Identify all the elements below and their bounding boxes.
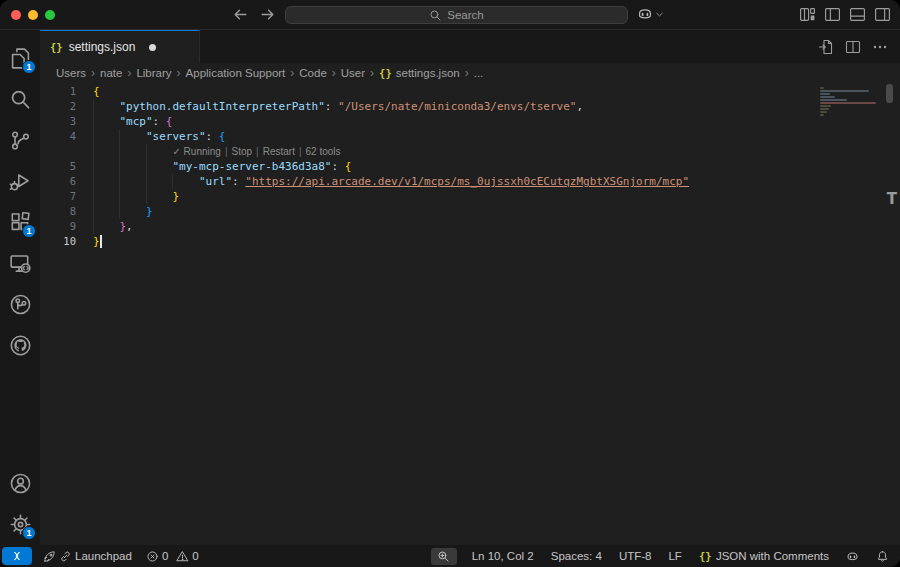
modified-indicator[interactable] [149,44,156,51]
code-line-6[interactable]: 6"url": "https://api.arcade.dev/v1/mcps/… [40,174,900,189]
activity-bar: 111 [0,30,40,545]
copilot-menu[interactable] [637,6,665,22]
indent-guide [119,189,145,204]
token: } [146,204,153,219]
copilot-icon [637,6,653,22]
indent-guide [119,174,145,189]
tab-settings-json[interactable]: {} settings.json [40,30,200,63]
activity-accounts[interactable] [0,463,40,504]
cursor-position-status-item[interactable]: Ln 10, Col 2 [470,545,536,567]
indent-guide [146,174,172,189]
error-count: 0 [162,550,168,562]
breadcrumb-item-code[interactable]: Code [299,67,327,79]
indent-guide [172,174,198,189]
language-mode-status-item[interactable]: {}JSON with Comments [697,545,831,567]
braces-icon: {} [699,550,712,563]
back-icon[interactable] [232,6,249,23]
screen-zoom-status-item[interactable] [431,548,457,565]
breadcrumb-label: Users [56,67,86,79]
activity-circle-branch[interactable] [0,284,40,325]
token: } [119,219,126,234]
breadcrumb-item-nate[interactable]: nate [100,67,122,79]
toggle-secondary-sidebar-icon[interactable] [874,6,891,23]
code-line-4[interactable]: 4"servers": { [40,129,900,144]
activity-settings-gear[interactable]: 1 [0,504,40,545]
customize-layout-icon[interactable] [799,6,816,23]
code-line-5[interactable]: 5"my-mcp-server-b436d3a8": { [40,159,900,174]
code-line-3[interactable]: 3"mcp": { [40,114,900,129]
token: { [93,84,100,99]
problems-status-item[interactable]: 00 [144,545,201,567]
minimap-line [820,96,835,98]
minimap[interactable] [820,87,876,117]
activity-search[interactable] [0,79,40,120]
breadcrumb-label: Application Support [186,67,286,79]
remote-indicator[interactable] [2,547,32,565]
indent-guide [119,204,145,219]
overview-ruler-marker: T [887,190,897,208]
breadcrumb-item-settings-json[interactable]: {}settings.json [379,67,460,79]
activity-extensions[interactable]: 1 [0,202,40,243]
command-center-search[interactable]: Search [285,6,628,24]
codelens-command[interactable]: Stop [231,146,252,157]
code-line-2[interactable]: 2"python.defaultInterpreterPath": "/User… [40,99,900,114]
activity-explorer[interactable]: 1 [0,38,40,79]
status-bar: Launchpad00 Ln 10, Col 2Spaces: 4UTF-8LF… [0,545,900,567]
editor[interactable]: 1{2"python.defaultInterpreterPath": "/Us… [40,82,900,545]
chevron-down-icon [654,9,665,20]
line-number: 6 [40,174,76,189]
open-changes-icon[interactable] [818,39,834,55]
minimap-line [820,102,876,104]
indent-guide [93,189,119,204]
minimize-button[interactable] [28,10,38,20]
indent-guide [93,204,119,219]
code-line-9[interactable]: 9}, [40,219,900,234]
title-bar: Search [0,0,900,30]
activity-run-debug[interactable] [0,161,40,202]
token: "https://api.arcade.dev/v1/mcps/ms_0ujss… [245,174,689,189]
zoom-button[interactable] [45,10,55,20]
breadcrumb-item-library[interactable]: Library [136,67,171,79]
more-actions-icon[interactable] [872,39,888,55]
indentation-status-item[interactable]: Spaces: 4 [549,545,604,567]
chevron-right-icon: › [91,66,95,80]
codelens-command[interactable]: Restart [263,146,295,157]
activity-source-control[interactable] [0,120,40,161]
eol-status-item[interactable]: LF [666,545,683,567]
breadcrumb-item--[interactable]: ... [474,67,484,79]
token: { [345,159,352,174]
breadcrumb-item-user[interactable]: User [341,67,365,79]
copilot-status-status-item[interactable] [844,545,861,567]
code-line-8[interactable]: 8} [40,204,900,219]
toggle-panel-icon[interactable] [849,6,866,23]
codelens-command[interactable]: ✓ Running [172,146,220,157]
indent-guide [93,144,119,159]
vscode-window: Search 111 {} settings.json Users›nate›L… [0,0,900,567]
indentation-label: Spaces: 4 [551,550,602,562]
indent-guide [93,114,119,129]
remote-explorer-icon [9,252,32,275]
codelens-row[interactable]: ✓ Running|Stop|Restart|62 tools [40,144,900,159]
launchpad-status-item[interactable]: Launchpad [41,545,134,567]
vertical-scrollbar[interactable] [886,84,893,103]
close-button[interactable] [11,10,21,20]
notifications-status-item[interactable] [874,545,891,567]
split-editor-icon[interactable] [845,39,861,55]
encoding-status-item[interactable]: UTF-8 [617,545,654,567]
tab-label: settings.json [69,40,136,54]
code-line-10[interactable]: 10} [40,234,900,249]
codelens-command[interactable]: 62 tools [306,146,341,157]
code-line-1[interactable]: 1{ [40,84,900,99]
activity-github[interactable] [0,325,40,366]
breadcrumb-item-application-support[interactable]: Application Support [186,67,286,79]
breadcrumb-label: settings.json [396,67,460,79]
breadcrumb: Users›nate›Library›Application Support›C… [40,63,900,82]
toggle-primary-sidebar-icon[interactable] [824,6,841,23]
breadcrumb-item-users[interactable]: Users [56,67,86,79]
forward-icon[interactable] [259,6,276,23]
activity-remote-explorer[interactable] [0,243,40,284]
link-icon [59,550,72,563]
indent-guide [119,144,145,159]
code-line-7[interactable]: 7} [40,189,900,204]
chevron-right-icon: › [465,66,469,80]
